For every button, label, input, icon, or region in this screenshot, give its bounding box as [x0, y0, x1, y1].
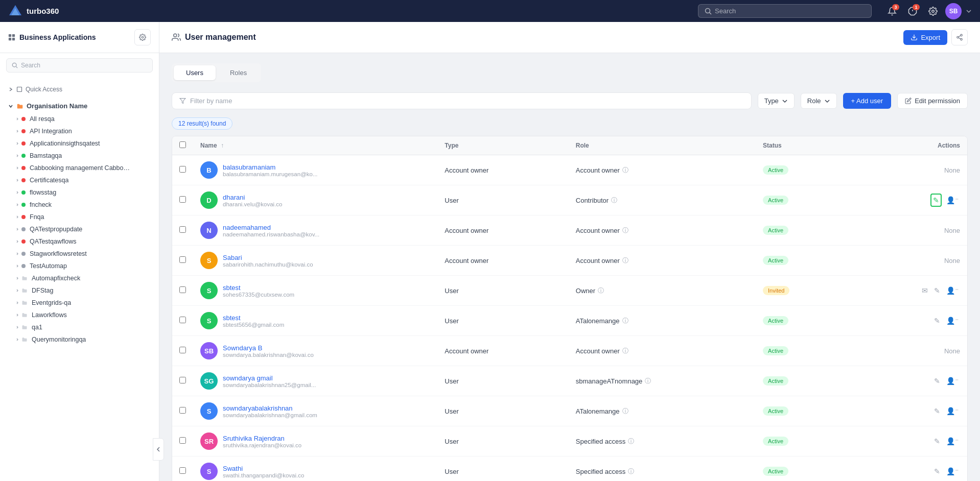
edit-role-action[interactable]: ✎	[932, 285, 942, 296]
sidebar-item[interactable]: fncheck	[0, 199, 159, 211]
remove-user-action[interactable]: 👤⁻	[945, 285, 960, 296]
row-checkbox[interactable]	[179, 437, 186, 444]
edit-role-action[interactable]: ✎	[930, 194, 942, 207]
action-icons: ✎ 👤⁻	[875, 194, 960, 207]
edit-role-action[interactable]: ✎	[932, 466, 942, 477]
user-display-name[interactable]: Sruthivika Rajendran	[223, 435, 301, 442]
select-all-checkbox[interactable]	[179, 141, 186, 148]
sidebar-item[interactable]: Eventgrids-qa	[0, 297, 159, 309]
filter-name-input[interactable]: Filter by name	[172, 92, 752, 109]
row-checkbox[interactable]	[179, 467, 186, 474]
sidebar-item[interactable]: Cabbooking management Cabbooking mana	[0, 162, 159, 174]
sidebar-item[interactable]: qa1	[0, 321, 159, 333]
logo[interactable]: turbo360	[8, 4, 59, 18]
role-info-icon[interactable]: ⓘ	[622, 226, 628, 235]
sidebar-collapse-button[interactable]	[153, 438, 164, 461]
user-display-name[interactable]: Swathi	[223, 465, 304, 472]
user-actions-cell: None	[868, 215, 967, 246]
sidebar-item[interactable]: Laworkflows	[0, 309, 159, 321]
row-checkbox[interactable]	[179, 226, 186, 233]
role-info-icon[interactable]: ⓘ	[628, 467, 634, 476]
edit-role-action[interactable]: ✎	[932, 315, 942, 326]
sidebar-item[interactable]: QATestqawflows	[0, 235, 159, 248]
role-info-icon[interactable]: ⓘ	[622, 317, 628, 325]
role-info-icon[interactable]: ⓘ	[598, 286, 604, 295]
org-header[interactable]: Organisation Name	[0, 99, 159, 113]
search-bar[interactable]: Search	[698, 4, 872, 18]
export-button[interactable]: Export	[903, 30, 947, 45]
role-info-icon[interactable]: ⓘ	[622, 347, 628, 355]
user-status-cell: Active	[756, 366, 868, 396]
remove-user-action[interactable]: 👤⁻	[945, 315, 960, 326]
org-section: Organisation Name All resqa API Integrat…	[0, 97, 159, 348]
edit-role-action[interactable]: ✎	[932, 375, 942, 387]
user-display-name[interactable]: balasubramaniam	[223, 163, 318, 171]
user-display-name[interactable]: sowndaryabalakrishnan	[223, 404, 317, 412]
role-info-icon[interactable]: ⓘ	[645, 377, 651, 386]
remove-user-action[interactable]: 👤⁻	[945, 375, 960, 387]
row-checkbox[interactable]	[179, 377, 186, 383]
notifications-button[interactable]: 3	[884, 3, 900, 19]
edit-role-action[interactable]: ✎	[932, 436, 942, 447]
sort-name-icon[interactable]: ↑	[221, 142, 224, 149]
quick-access-header[interactable]: Quick Access	[8, 84, 151, 95]
sidebar-item[interactable]: QATestpropupdate	[0, 223, 159, 235]
row-checkbox[interactable]	[179, 317, 186, 323]
tab-users[interactable]: Users	[174, 65, 216, 80]
action-icons: ✎ 👤⁻	[875, 315, 960, 326]
role-info-icon[interactable]: ⓘ	[628, 437, 634, 446]
role-info-icon[interactable]: ⓘ	[622, 407, 628, 416]
sidebar-item[interactable]: flowsstag	[0, 186, 159, 199]
tab-roles[interactable]: Roles	[218, 65, 259, 80]
resend-invite-action[interactable]: ✉	[920, 285, 929, 296]
row-checkbox[interactable]	[179, 407, 186, 414]
sidebar-item[interactable]: Applicationinsigthsqatest	[0, 137, 159, 150]
sidebar-item[interactable]: All resqa	[0, 113, 159, 125]
remove-user-action[interactable]: 👤⁻	[945, 466, 960, 477]
add-user-button[interactable]: + Add user	[843, 93, 892, 109]
sidebar-settings-button[interactable]	[134, 29, 151, 45]
row-checkbox-cell	[172, 336, 193, 366]
row-checkbox[interactable]	[179, 166, 186, 173]
user-display-name[interactable]: Sowndarya B	[223, 344, 314, 352]
sidebar-item[interactable]: Bamstagqa	[0, 150, 159, 162]
sidebar-search[interactable]: Search	[6, 58, 153, 73]
user-display-name[interactable]: nadeemahamed	[223, 224, 319, 231]
user-display-name[interactable]: sbtest	[223, 314, 284, 322]
edit-permission-button[interactable]: Edit permission	[897, 93, 968, 109]
row-checkbox[interactable]	[179, 347, 186, 353]
role-info-icon[interactable]: ⓘ	[622, 166, 628, 175]
sidebar-item[interactable]: Fnqa	[0, 211, 159, 223]
sidebar-item[interactable]: Stagworkflowsretest	[0, 248, 159, 260]
sidebar-item[interactable]: DFStag	[0, 284, 159, 297]
user-display-name[interactable]: sowndarya gmail	[223, 374, 316, 382]
sidebar-item-label: Querymonitoringqa	[32, 336, 86, 343]
alerts-button[interactable]: 1	[904, 3, 921, 19]
user-type-cell: User	[437, 456, 568, 482]
row-checkbox[interactable]	[179, 286, 186, 293]
sidebar-item[interactable]: API Integration	[0, 125, 159, 137]
status-badge: Active	[763, 196, 788, 205]
user-display-name[interactable]: dharani	[223, 194, 283, 201]
settings-button[interactable]	[925, 3, 941, 19]
row-checkbox[interactable]	[179, 256, 186, 263]
role-info-icon[interactable]: ⓘ	[611, 196, 617, 205]
sidebar-item[interactable]: TestAutomap	[0, 260, 159, 272]
row-checkbox-cell	[172, 396, 193, 426]
remove-user-action[interactable]: 👤⁻	[945, 195, 960, 206]
user-avatar[interactable]: SB	[945, 3, 962, 19]
row-checkbox[interactable]	[179, 196, 186, 203]
role-info-icon[interactable]: ⓘ	[622, 256, 628, 265]
more-options-button[interactable]	[951, 29, 968, 45]
type-filter-dropdown[interactable]: Type	[758, 93, 795, 109]
remove-user-action[interactable]: 👤⁻	[945, 436, 960, 447]
role-filter-dropdown[interactable]: Role	[801, 93, 837, 109]
user-display-name[interactable]: sbtest	[223, 284, 294, 292]
sidebar-item[interactable]: Automapfixcheck	[0, 272, 159, 284]
table-row: SG sowndarya gmail sowndaryabalakrishnan…	[172, 366, 967, 396]
remove-user-action[interactable]: 👤⁻	[945, 405, 960, 417]
sidebar-item[interactable]: Certificatesqa	[0, 174, 159, 186]
edit-role-action[interactable]: ✎	[932, 405, 942, 417]
sidebar-item[interactable]: Querymonitoringqa	[0, 333, 159, 346]
user-display-name[interactable]: Sabari	[223, 254, 313, 261]
